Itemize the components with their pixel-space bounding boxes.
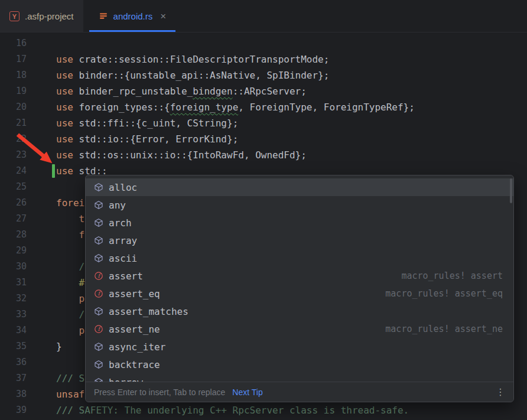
completion-item[interactable]: async_iter [86, 338, 513, 356]
completion-label: alloc [109, 182, 137, 193]
line-number[interactable]: 35 [0, 338, 27, 354]
code-text: use std::io::{Error, ErrorKind}; [27, 131, 238, 147]
code-text: t [27, 211, 84, 227]
module-icon [94, 253, 103, 263]
completion-popup: allocanyarcharrayasciifassertmacro_rules… [85, 175, 514, 402]
code-segment: std::os::unix::io::{IntoRawFd, OwnedFd}; [73, 149, 307, 161]
close-tab-icon[interactable]: × [160, 11, 166, 21]
footer-hint: Press Enter to insert, Tab to replace [94, 388, 225, 397]
code-segment: foreign_type [170, 102, 239, 113]
completion-item[interactable]: borrow [86, 373, 513, 382]
line-number[interactable]: 31 [0, 275, 27, 291]
code-segment: use [56, 149, 73, 161]
code-line[interactable]: 19use binder_rpc_unstable_bindgen::ARpcS… [0, 83, 527, 99]
line-number[interactable]: 21 [0, 115, 27, 131]
code-text: / [27, 259, 84, 275]
code-line[interactable]: 18use binder::{unstable_api::AsNative, S… [0, 67, 527, 83]
code-segment: t [56, 213, 84, 224]
line-number[interactable]: 30 [0, 259, 27, 275]
module-icon [94, 236, 103, 245]
completion-type-hint: macro_rules! assert [401, 271, 503, 281]
completion-label: assert [109, 271, 143, 282]
completion-item[interactable]: any [86, 196, 513, 214]
line-number[interactable]: 38 [0, 386, 27, 402]
code-line[interactable]: 39/// SAFETY: The underlying C++ RpcServ… [0, 402, 527, 418]
completion-item[interactable]: assert_matches [86, 302, 513, 320]
tab-android-rs[interactable]: android.rs × [89, 0, 176, 32]
vcs-added-marker [52, 164, 55, 178]
module-icon [94, 183, 103, 192]
code-text: use crate::session::FileDescriptorTransp… [27, 51, 329, 67]
completion-label: any [109, 200, 126, 211]
next-tip-link[interactable]: Next Tip [232, 388, 262, 397]
line-number[interactable]: 37 [0, 370, 27, 386]
code-segment: binder::{unstable_api::AsNative, SpIBind… [73, 70, 329, 81]
code-text: p [27, 291, 84, 307]
code-segment: , ForeignType, ForeignTypeRef}; [238, 102, 415, 113]
code-line[interactable]: 22use std::io::{Error, ErrorKind}; [0, 131, 527, 147]
kebab-menu-icon[interactable]: ⋮ [496, 386, 505, 398]
code-line[interactable]: 23use std::os::unix::io::{IntoRawFd, Own… [0, 147, 527, 163]
code-text [27, 35, 56, 51]
completion-label: array [109, 235, 137, 246]
completion-item[interactable]: fassert_eqmacro_rules! assert_eq [86, 285, 513, 302]
line-number[interactable]: 39 [0, 402, 27, 418]
completion-label: assert_eq [109, 288, 160, 299]
line-number[interactable]: 16 [0, 35, 27, 51]
line-number[interactable]: 36 [0, 354, 27, 370]
line-number[interactable]: 24 [0, 163, 27, 179]
code-segment: foreign_types::{ [73, 102, 170, 113]
line-number[interactable]: 32 [0, 291, 27, 307]
code-segment: crate::session::FileDescriptorTransportM… [73, 54, 329, 65]
macro-icon: f [94, 289, 103, 298]
completion-item[interactable]: fassertmacro_rules! assert [86, 267, 513, 285]
completion-item[interactable]: ascii [86, 249, 513, 267]
completion-item[interactable]: backtrace [86, 356, 513, 373]
line-number[interactable]: 22 [0, 131, 27, 147]
popup-footer: Press Enter to insert, Tab to replace Ne… [86, 382, 513, 402]
ide-window: Y .asfp-project android.rs × 1617use cra… [0, 0, 527, 420]
completion-item[interactable]: arch [86, 214, 513, 232]
line-number[interactable]: 33 [0, 307, 27, 323]
code-segment: use [56, 165, 73, 177]
code-text: forei [27, 195, 84, 211]
code-line[interactable]: 21use std::ffi::{c_uint, CString}; [0, 115, 527, 131]
completion-label: assert_matches [109, 306, 188, 317]
completion-label: assert_ne [109, 324, 160, 335]
completion-label: ascii [109, 253, 137, 264]
code-segment: p [56, 293, 84, 304]
line-number[interactable]: 29 [0, 243, 27, 259]
code-line[interactable]: 17use crate::session::FileDescriptorTran… [0, 51, 527, 67]
tab-label: .asfp-project [25, 11, 74, 21]
line-number[interactable]: 28 [0, 227, 27, 243]
code-text: use binder::{unstable_api::AsNative, SpI… [27, 67, 329, 83]
tab-asfp-project[interactable]: Y .asfp-project [0, 0, 83, 32]
line-number[interactable]: 17 [0, 51, 27, 67]
code-line[interactable]: 16 [0, 35, 527, 51]
code-segment: ::ARpcServer; [233, 86, 307, 97]
line-number[interactable]: 25 [0, 179, 27, 195]
code-segment: unsaf [56, 389, 84, 400]
line-number[interactable]: 20 [0, 99, 27, 115]
line-number[interactable]: 18 [0, 67, 27, 83]
code-segment: / [56, 261, 84, 272]
completion-item[interactable]: array [86, 232, 513, 249]
line-number[interactable]: 19 [0, 83, 27, 99]
popup-scrollbar[interactable] [510, 178, 512, 203]
line-number[interactable]: 26 [0, 195, 27, 211]
svg-text:f: f [97, 272, 101, 279]
code-line[interactable]: 20use foreign_types::{foreign_type, Fore… [0, 99, 527, 115]
line-number[interactable]: 34 [0, 323, 27, 338]
completion-label: backtrace [109, 359, 160, 370]
code-segment: /// SAFETY: The underlying C++ RpcServer… [56, 405, 409, 416]
line-number[interactable]: 27 [0, 211, 27, 227]
code-text: # [27, 275, 84, 291]
completion-item[interactable]: fassert_nemacro_rules! assert_ne [86, 320, 513, 338]
code-segment: } [56, 341, 62, 352]
code-segment: / [56, 309, 84, 320]
code-text: use std::ffi::{c_uint, CString}; [27, 115, 238, 131]
completion-item[interactable]: alloc [86, 178, 513, 196]
code-segment: std::io::{Error, ErrorKind}; [73, 134, 238, 145]
line-number[interactable]: 23 [0, 147, 27, 163]
svg-text:f: f [97, 325, 101, 332]
